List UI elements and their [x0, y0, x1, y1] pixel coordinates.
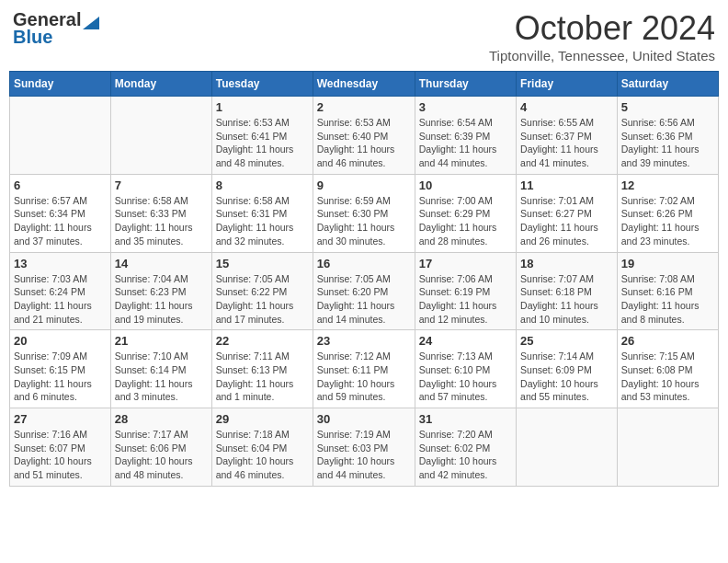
day-info: Sunrise: 7:14 AMSunset: 6:09 PMDaylight:…	[520, 350, 613, 404]
day-cell: 19Sunrise: 7:08 AMSunset: 6:16 PMDayligh…	[617, 252, 718, 330]
logo: General Blue	[13, 9, 99, 48]
day-number: 6	[14, 178, 107, 192]
day-cell: 29Sunrise: 7:18 AMSunset: 6:04 PMDayligh…	[211, 408, 313, 487]
week-row-2: 6Sunrise: 6:57 AMSunset: 6:34 PMDaylight…	[10, 174, 719, 252]
day-info: Sunrise: 6:57 AMSunset: 6:34 PMDaylight:…	[14, 194, 107, 248]
day-number: 20	[14, 334, 107, 348]
day-number: 1	[216, 100, 309, 114]
day-info: Sunrise: 7:05 AMSunset: 6:22 PMDaylight:…	[216, 272, 309, 327]
page-header: General Blue October 2024 Tiptonville, T…	[9, 9, 719, 63]
day-info: Sunrise: 6:53 AMSunset: 6:41 PMDaylight:…	[216, 116, 309, 170]
day-number: 22	[216, 334, 309, 348]
day-number: 13	[14, 257, 107, 270]
day-info: Sunrise: 7:09 AMSunset: 6:15 PMDaylight:…	[14, 350, 107, 404]
day-cell: 17Sunrise: 7:06 AMSunset: 6:19 PMDayligh…	[415, 252, 516, 330]
day-info: Sunrise: 7:20 AMSunset: 6:02 PMDaylight:…	[419, 428, 512, 482]
day-info: Sunrise: 6:55 AMSunset: 6:37 PMDaylight:…	[520, 116, 613, 170]
day-info: Sunrise: 6:56 AMSunset: 6:36 PMDaylight:…	[621, 116, 714, 170]
day-cell: 3Sunrise: 6:54 AMSunset: 6:39 PMDaylight…	[415, 97, 516, 175]
day-info: Sunrise: 7:16 AMSunset: 6:07 PMDaylight:…	[14, 428, 107, 482]
header-cell-friday: Friday	[517, 72, 618, 97]
day-cell	[110, 97, 211, 175]
day-cell: 10Sunrise: 7:00 AMSunset: 6:29 PMDayligh…	[415, 174, 516, 252]
day-info: Sunrise: 6:58 AMSunset: 6:31 PMDaylight:…	[216, 194, 309, 248]
day-number: 25	[520, 334, 613, 348]
day-info: Sunrise: 7:00 AMSunset: 6:29 PMDaylight:…	[419, 194, 512, 248]
day-cell: 30Sunrise: 7:19 AMSunset: 6:03 PMDayligh…	[313, 408, 415, 487]
day-info: Sunrise: 7:07 AMSunset: 6:18 PMDaylight:…	[520, 272, 613, 327]
calendar-table: SundayMondayTuesdayWednesdayThursdayFrid…	[9, 71, 719, 487]
day-number: 14	[115, 257, 208, 270]
day-number: 5	[621, 100, 714, 114]
day-number: 10	[419, 178, 512, 192]
day-info: Sunrise: 7:18 AMSunset: 6:04 PMDaylight:…	[216, 428, 309, 482]
logo-icon	[83, 13, 99, 29]
day-number: 4	[520, 100, 613, 114]
day-number: 17	[419, 257, 512, 270]
calendar-body: 1Sunrise: 6:53 AMSunset: 6:41 PMDaylight…	[10, 97, 719, 487]
day-number: 27	[14, 412, 107, 426]
day-cell: 6Sunrise: 6:57 AMSunset: 6:34 PMDaylight…	[10, 174, 111, 252]
day-number: 23	[317, 334, 411, 348]
day-number: 28	[115, 412, 208, 426]
day-number: 18	[520, 257, 613, 270]
day-info: Sunrise: 7:01 AMSunset: 6:27 PMDaylight:…	[520, 194, 613, 248]
day-number: 24	[419, 334, 512, 348]
day-cell	[10, 97, 111, 175]
day-number: 21	[115, 334, 208, 348]
header-cell-saturday: Saturday	[617, 72, 718, 97]
day-info: Sunrise: 7:12 AMSunset: 6:11 PMDaylight:…	[317, 350, 411, 404]
day-cell	[617, 408, 718, 487]
title-block: October 2024 Tiptonville, Tennessee, Uni…	[489, 9, 715, 63]
day-cell: 11Sunrise: 7:01 AMSunset: 6:27 PMDayligh…	[517, 174, 618, 252]
week-row-1: 1Sunrise: 6:53 AMSunset: 6:41 PMDaylight…	[10, 97, 719, 175]
day-cell: 12Sunrise: 7:02 AMSunset: 6:26 PMDayligh…	[617, 174, 718, 252]
day-cell: 15Sunrise: 7:05 AMSunset: 6:22 PMDayligh…	[211, 252, 313, 330]
logo-blue: Blue	[13, 27, 52, 48]
day-number: 26	[621, 334, 714, 348]
day-number: 11	[520, 178, 613, 192]
day-cell: 14Sunrise: 7:04 AMSunset: 6:23 PMDayligh…	[110, 252, 211, 330]
day-number: 30	[317, 412, 411, 426]
day-info: Sunrise: 7:02 AMSunset: 6:26 PMDaylight:…	[621, 194, 714, 248]
calendar-header-row: SundayMondayTuesdayWednesdayThursdayFrid…	[10, 72, 719, 97]
day-cell: 8Sunrise: 6:58 AMSunset: 6:31 PMDaylight…	[211, 174, 313, 252]
day-info: Sunrise: 7:05 AMSunset: 6:20 PMDaylight:…	[317, 272, 411, 327]
day-number: 3	[419, 100, 512, 114]
header-cell-sunday: Sunday	[10, 72, 111, 97]
day-cell: 13Sunrise: 7:03 AMSunset: 6:24 PMDayligh…	[10, 252, 111, 330]
day-info: Sunrise: 7:04 AMSunset: 6:23 PMDaylight:…	[115, 272, 208, 327]
header-cell-thursday: Thursday	[415, 72, 516, 97]
day-cell: 21Sunrise: 7:10 AMSunset: 6:14 PMDayligh…	[110, 330, 211, 408]
day-cell: 9Sunrise: 6:59 AMSunset: 6:30 PMDaylight…	[313, 174, 415, 252]
day-cell: 4Sunrise: 6:55 AMSunset: 6:37 PMDaylight…	[517, 97, 618, 175]
week-row-4: 20Sunrise: 7:09 AMSunset: 6:15 PMDayligh…	[10, 330, 719, 408]
day-number: 19	[621, 257, 714, 270]
day-cell: 20Sunrise: 7:09 AMSunset: 6:15 PMDayligh…	[10, 330, 111, 408]
day-info: Sunrise: 7:17 AMSunset: 6:06 PMDaylight:…	[115, 428, 208, 482]
day-cell	[517, 408, 618, 487]
day-number: 12	[621, 178, 714, 192]
week-row-3: 13Sunrise: 7:03 AMSunset: 6:24 PMDayligh…	[10, 252, 719, 330]
week-row-5: 27Sunrise: 7:16 AMSunset: 6:07 PMDayligh…	[10, 408, 719, 487]
day-info: Sunrise: 7:03 AMSunset: 6:24 PMDaylight:…	[14, 272, 107, 327]
day-info: Sunrise: 7:06 AMSunset: 6:19 PMDaylight:…	[419, 272, 512, 327]
day-cell: 16Sunrise: 7:05 AMSunset: 6:20 PMDayligh…	[313, 252, 415, 330]
day-info: Sunrise: 7:19 AMSunset: 6:03 PMDaylight:…	[317, 428, 411, 482]
day-number: 31	[419, 412, 512, 426]
svg-marker-0	[83, 17, 99, 29]
day-cell: 5Sunrise: 6:56 AMSunset: 6:36 PMDaylight…	[617, 97, 718, 175]
day-info: Sunrise: 7:11 AMSunset: 6:13 PMDaylight:…	[216, 350, 309, 404]
day-cell: 22Sunrise: 7:11 AMSunset: 6:13 PMDayligh…	[211, 330, 313, 408]
location: Tiptonville, Tennessee, United States	[489, 48, 715, 63]
day-info: Sunrise: 6:53 AMSunset: 6:40 PMDaylight:…	[317, 116, 411, 170]
day-number: 2	[317, 100, 411, 114]
day-number: 29	[216, 412, 309, 426]
day-info: Sunrise: 6:58 AMSunset: 6:33 PMDaylight:…	[115, 194, 208, 248]
day-cell: 24Sunrise: 7:13 AMSunset: 6:10 PMDayligh…	[415, 330, 516, 408]
day-info: Sunrise: 7:15 AMSunset: 6:08 PMDaylight:…	[621, 350, 714, 404]
day-number: 9	[317, 178, 411, 192]
day-cell: 26Sunrise: 7:15 AMSunset: 6:08 PMDayligh…	[617, 330, 718, 408]
header-cell-monday: Monday	[110, 72, 211, 97]
day-cell: 31Sunrise: 7:20 AMSunset: 6:02 PMDayligh…	[415, 408, 516, 487]
